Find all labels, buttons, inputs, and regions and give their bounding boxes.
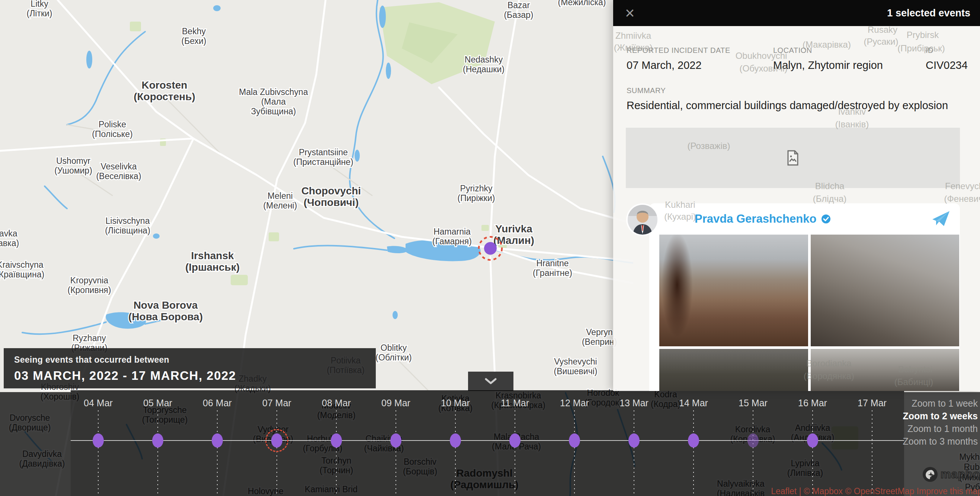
timeline-collapse-button[interactable]: [468, 372, 514, 391]
map-town-label: Hranitne(Гранітне): [533, 258, 572, 278]
field-value: CIV0234: [926, 59, 968, 72]
chevron-down-icon: [484, 378, 497, 385]
selected-events-count: 1 selected events: [887, 8, 970, 19]
telegram-embed-card[interactable]: Pravda Gerashchenko: [649, 203, 960, 391]
map-town-label: Nedashky(Недашки): [463, 55, 504, 74]
event-fields-row: REPORTED INCIDENT DATE 07 March, 2022 LO…: [627, 46, 967, 72]
timeline-event-dot[interactable]: [271, 434, 282, 448]
embed-photo-3[interactable]: [659, 349, 808, 391]
telegram-photo-grid: [659, 234, 959, 391]
mapbox-logo[interactable]: mapbox: [922, 466, 980, 483]
telegram-channel-name[interactable]: Pravda Gerashchenko: [695, 212, 816, 226]
mapbox-wordmark: mapbox: [940, 468, 980, 481]
map-town-label: Vepryn(Веприн): [582, 327, 617, 347]
map-town-label: Ushomyr(Ушомир): [54, 156, 92, 175]
embed-photo-1[interactable]: [659, 234, 808, 346]
map-town-label: Kropyvnia(Кропивня): [68, 276, 111, 295]
map-town-label: Irshansk(Іршанськ): [185, 250, 240, 273]
timeline-event-dot[interactable]: [807, 434, 818, 448]
timeline-event-dot[interactable]: [450, 434, 461, 448]
zoom-option-zoom-to-3-months[interactable]: Zoom to 3 months: [903, 435, 978, 448]
map-attribution[interactable]: Leaflet | © Mapbox © OpenStreetMap Impro…: [771, 486, 980, 496]
field-reported-incident-date: REPORTED INCIDENT DATE 07 March, 2022: [627, 46, 773, 72]
timeline-event-dot[interactable]: [748, 434, 759, 448]
close-icon[interactable]: ×: [625, 6, 635, 21]
map-town-label: Chopovychi(Чоповичі): [301, 185, 361, 208]
field-summary: SUMMARY Residential, commercial building…: [627, 86, 967, 112]
zoom-option-zoom-to-1-week[interactable]: Zoom to 1 week: [903, 397, 978, 410]
summary-label: SUMMARY: [627, 86, 967, 95]
zoom-option-zoom-to-1-month[interactable]: Zoom to 1 month: [903, 422, 978, 435]
map-town-label: Prystantsiine(Пристанційне): [293, 147, 353, 167]
event-marker-dot[interactable]: [484, 242, 497, 255]
avatar: [628, 205, 657, 234]
infobox-date-range: 03 MARCH, 2022 - 17 MARCH, 2022: [14, 368, 376, 383]
map-town-label: Korosten(Коростень): [134, 79, 195, 102]
map-town-label: (Межиліска): [558, 0, 606, 7]
timeline-event-dot[interactable]: [628, 434, 640, 448]
infobox-caption: Seeing events that occurred between: [14, 355, 376, 365]
map-town-label: Veselivka(Веселівка): [96, 162, 141, 181]
embed-photo-4[interactable]: [811, 349, 959, 391]
field-value: 07 March, 2022: [627, 59, 773, 72]
timeline-event-dot[interactable]: [688, 434, 699, 448]
timeline-event-dot[interactable]: [509, 434, 520, 448]
map-town-label: Bekhy(Бехи): [181, 26, 206, 46]
timeline-event-dot[interactable]: [569, 434, 580, 448]
timeline-event-dot[interactable]: [152, 434, 163, 448]
map-town-label: shavka(шавка): [0, 229, 19, 248]
app-window: Litky(Літки)Bazar(Базар)(Межиліска)Bekhy…: [0, 0, 980, 496]
timeline-band-left: [0, 392, 71, 496]
map-town-label: Nova Borova(Нова Борова): [128, 299, 203, 322]
broken-image-icon: [786, 150, 799, 166]
event-detail-panel: × 1 selected events REPORTED INCIDENT DA…: [613, 0, 980, 391]
date-range-infobox: Seeing events that occurred between 03 M…: [4, 348, 376, 388]
telegram-plane-icon[interactable]: [932, 211, 950, 228]
map-town-label: Kraivschyna(Краївщина): [0, 260, 44, 279]
timeline-event-dot[interactable]: [331, 434, 342, 448]
field-id: ID CIV0234: [926, 46, 968, 72]
map-town-label: Vyshevychi(Вишевичі): [554, 357, 598, 376]
timeline-zoom-options: Zoom to 1 weekZoom to 2 weeksZoom to 1 m…: [903, 397, 978, 448]
map-town-label: Oblitky(Облітки): [375, 343, 412, 362]
map-town-label: Hamarnia(Гамарня): [432, 227, 472, 246]
timeline-event-dot[interactable]: [93, 434, 104, 448]
timeline-event-dot[interactable]: [390, 434, 401, 448]
panel-header: × 1 selected events: [613, 0, 980, 26]
telegram-embed-header: Pravda Gerashchenko: [649, 203, 960, 234]
field-label: REPORTED INCIDENT DATE: [627, 46, 773, 55]
field-location: LOCATION Malyn, Zhytomir region: [773, 46, 926, 72]
timeline-event-dot[interactable]: [212, 434, 223, 448]
attachment-placeholder: [626, 128, 960, 188]
mapbox-logo-icon: [922, 466, 938, 483]
field-value: Malyn, Zhytomir region: [773, 59, 926, 72]
timeline-band[interactable]: [71, 390, 904, 496]
field-label: LOCATION: [773, 46, 926, 55]
zoom-option-zoom-to-2-weeks[interactable]: Zoom to 2 weeks: [903, 410, 978, 422]
map-town-label: Bazar(Базар): [504, 0, 533, 20]
map-town-label: Pyrizhky(Пиріжки): [458, 183, 495, 203]
embed-photo-2[interactable]: [811, 234, 959, 346]
map-town-label: Lisivschyna(Лісівщина): [105, 216, 150, 235]
verified-badge-icon: [821, 214, 831, 224]
summary-value: Residential, commercial buildings damage…: [627, 99, 967, 112]
field-label: ID: [926, 46, 968, 55]
map-town-label: Meleni(Мелені): [263, 191, 297, 211]
